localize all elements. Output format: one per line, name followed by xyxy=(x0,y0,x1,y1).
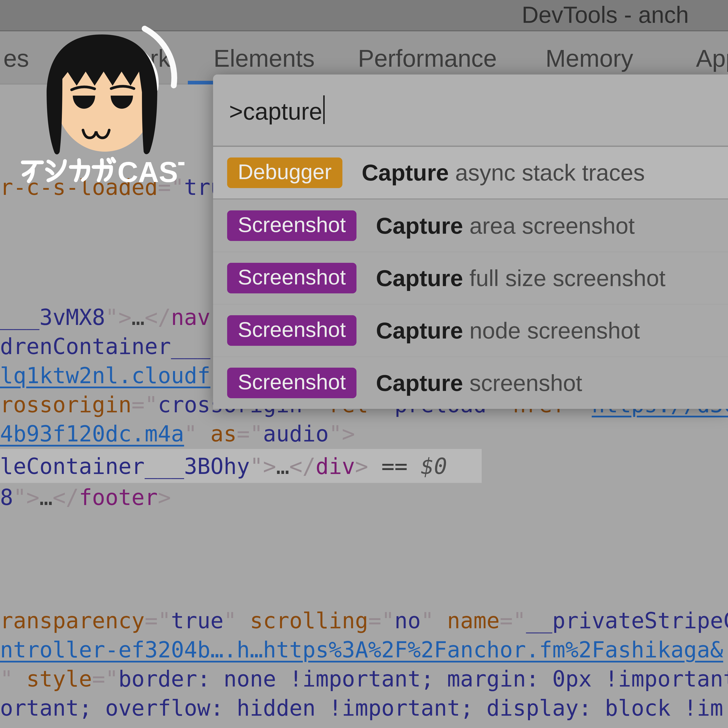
code-token: rossorigin xyxy=(0,392,132,418)
code-token: ht: 1px !important; pointer-events: none… xyxy=(0,724,723,728)
devtools-window: { "window": { "title": "DevTools - anch"… xyxy=(0,0,728,728)
code-token: > xyxy=(158,485,171,510)
code-token: =" xyxy=(132,392,158,418)
command-label: Capture node screenshot xyxy=(376,317,640,344)
code-token: $0 xyxy=(421,454,447,479)
code-token: __privateStripeC xyxy=(526,608,728,633)
code-token: border: none !important; margin: 0px !im… xyxy=(118,666,728,691)
code-token: 8 xyxy=(0,485,13,510)
category-badge: Screenshot xyxy=(227,368,356,398)
code-token: nav xyxy=(171,304,210,330)
code-token: =" xyxy=(237,421,263,447)
code-token: == xyxy=(368,454,421,479)
command-label: Capture area screenshot xyxy=(376,213,635,239)
command-input[interactable]: >capture xyxy=(213,75,728,147)
code-token: ortant; overflow: hidden !important; dis… xyxy=(0,695,723,721)
command-result-row[interactable]: ScreenshotCapture full size screenshot xyxy=(213,252,728,304)
code-token: " xyxy=(0,666,26,691)
command-results-list: DebuggerCapture async stack tracesScreen… xyxy=(213,147,728,409)
code-token: =" xyxy=(92,666,118,691)
code-token: style xyxy=(26,666,92,691)
command-palette: >capture DebuggerCapture async stack tra… xyxy=(213,75,728,408)
command-result-row[interactable]: DebuggerCapture async stack traces xyxy=(213,147,728,199)
dom-tree-line[interactable]: ntroller-ef3204b….h…https%3A%2F%2Fanchor… xyxy=(0,635,728,664)
code-token: "> xyxy=(105,304,131,330)
code-token: =" xyxy=(500,608,526,633)
command-label: Capture screenshot xyxy=(376,370,582,396)
watermark-kana-ka xyxy=(71,160,88,180)
watermark-kana-shi xyxy=(47,161,65,180)
command-result-row[interactable]: ScreenshotCapture area screenshot xyxy=(213,199,728,252)
code-token: "> xyxy=(13,485,39,510)
code-token: scrolling xyxy=(250,608,369,633)
attribute-link[interactable]: ntroller-ef3204b….h…https%3A%2F%2Fanchor… xyxy=(0,637,723,662)
dom-tree-line[interactable]: ortant; overflow: hidden !important; dis… xyxy=(0,694,728,723)
attribute-link[interactable]: lq1ktw2nl.cloudf xyxy=(0,363,210,388)
code-token: "> xyxy=(329,421,355,447)
category-badge: Screenshot xyxy=(227,210,356,241)
dom-tree-line[interactable]: 8">…</footer> xyxy=(0,483,728,512)
code-token: div xyxy=(315,454,355,479)
watermark-kana-a xyxy=(23,162,42,181)
dom-tree-line[interactable]: ransparency="true" scrolling="no" name="… xyxy=(0,606,728,635)
dom-tree-line[interactable]: 4b93f120dc.m4a" as="audio"> xyxy=(0,419,728,448)
code-token: true xyxy=(171,608,223,633)
code-token: =" xyxy=(368,608,394,633)
category-badge: Screenshot xyxy=(227,315,356,346)
code-token: =" xyxy=(145,608,171,633)
code-token: ransparency xyxy=(0,608,145,633)
code-token: </ xyxy=(53,485,79,510)
code-token: … xyxy=(132,304,145,330)
text-caret xyxy=(323,95,325,124)
watermark-latin: CAST xyxy=(118,156,184,188)
code-token: </ xyxy=(145,304,171,330)
code-token: … xyxy=(40,485,53,510)
code-token: footer xyxy=(79,485,158,510)
command-query-text: >capture xyxy=(229,95,325,125)
dom-tree-line[interactable]: " style="border: none !important; margin… xyxy=(0,664,728,694)
code-token: name xyxy=(447,608,500,633)
code-token: "> xyxy=(250,454,276,479)
watermark-kana-ga xyxy=(94,159,115,180)
code-token: audio xyxy=(263,421,329,447)
attribute-link[interactable]: 4b93f120dc.m4a xyxy=(0,421,184,447)
command-label: Capture async stack traces xyxy=(362,159,645,186)
code-token: > xyxy=(355,454,368,479)
code-token: " xyxy=(223,608,250,633)
code-token: leContainer___3BOhy xyxy=(0,454,250,479)
code-token: drenContainer___ xyxy=(0,334,210,359)
code-token: </ xyxy=(289,454,315,479)
command-result-row[interactable]: ScreenshotCapture screenshot xyxy=(213,356,728,409)
dom-tree-line-selected[interactable]: leContainer___3BOhy">…</div> == $0 xyxy=(0,452,728,481)
podcast-wordmark: CAST xyxy=(20,155,184,189)
code-token: " xyxy=(184,421,210,447)
category-badge: Screenshot xyxy=(227,263,356,294)
code-token: … xyxy=(276,454,289,479)
code-token: as xyxy=(210,421,237,447)
command-label: Capture full size screenshot xyxy=(376,265,665,291)
dom-tree-line[interactable]: ht: 1px !important; pointer-events: none… xyxy=(0,723,728,728)
category-badge: Debugger xyxy=(227,158,343,188)
code-token: ___3vMX8 xyxy=(0,304,105,330)
code-token: no xyxy=(395,608,421,633)
code-token: " xyxy=(421,608,447,633)
command-result-row[interactable]: ScreenshotCapture node screenshot xyxy=(213,304,728,356)
